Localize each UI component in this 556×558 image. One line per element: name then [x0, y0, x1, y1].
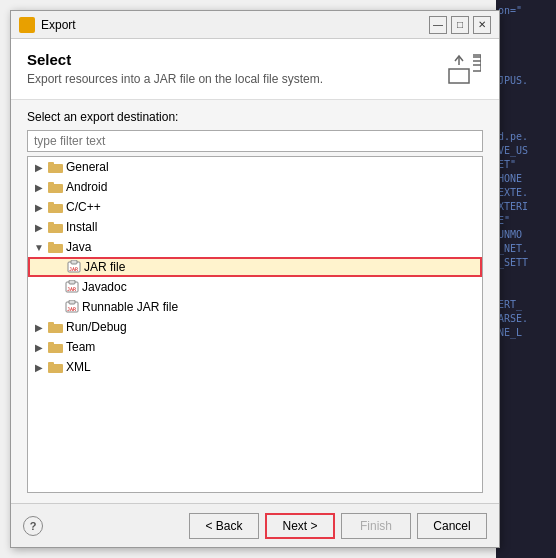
back-button[interactable]: < Back — [189, 513, 259, 539]
svg-rect-28 — [48, 344, 63, 353]
cancel-button[interactable]: Cancel — [417, 513, 487, 539]
filter-input[interactable] — [27, 130, 483, 152]
tree-item-install[interactable]: ▶ Install — [28, 217, 482, 237]
svg-rect-0 — [22, 23, 32, 30]
dialog-header: Select Export resources into a JAR file … — [11, 39, 499, 100]
folder-icon-android — [48, 181, 64, 194]
tree-item-javadoc[interactable]: JAR Javadoc — [28, 277, 482, 297]
section-label: Select an export destination: — [27, 110, 483, 124]
javadoc-icon: JAR — [64, 280, 80, 294]
export-icon — [443, 51, 483, 91]
header-text: Select Export resources into a JAR file … — [27, 51, 433, 86]
svg-rect-27 — [48, 322, 54, 325]
toggle-java[interactable]: ▼ — [32, 240, 46, 254]
folder-icon-install — [48, 221, 64, 234]
tree-item-android[interactable]: ▶ Android — [28, 177, 482, 197]
svg-rect-21 — [69, 280, 75, 284]
toggle-android[interactable]: ▶ — [32, 180, 46, 194]
next-button[interactable]: Next > — [265, 513, 335, 539]
toggle-install[interactable]: ▶ — [32, 220, 46, 234]
title-bar: Export — □ ✕ — [11, 11, 499, 39]
toggle-jar-file — [50, 260, 64, 274]
jar-icon: JAR — [66, 260, 82, 274]
svg-rect-8 — [48, 162, 54, 165]
tree-label-jar-file: JAR file — [84, 260, 125, 274]
dialog-icon — [19, 17, 35, 33]
toggle-xml[interactable]: ▶ — [32, 360, 46, 374]
svg-rect-9 — [48, 184, 63, 193]
svg-rect-12 — [48, 202, 54, 205]
tree-label-run-debug: Run/Debug — [66, 320, 127, 334]
help-button[interactable]: ? — [23, 516, 43, 536]
tree-label-runnable-jar: Runnable JAR file — [82, 300, 178, 314]
svg-rect-26 — [48, 324, 63, 333]
toggle-javadoc — [48, 280, 62, 294]
svg-rect-10 — [48, 182, 54, 185]
folder-icon-xml — [48, 361, 64, 374]
tree-item-xml[interactable]: ▶ XML — [28, 357, 482, 377]
svg-rect-29 — [48, 342, 54, 345]
svg-rect-16 — [48, 242, 54, 245]
footer-buttons: < Back Next > Finish Cancel — [189, 513, 487, 539]
svg-text:JAR: JAR — [69, 266, 79, 272]
tree-label-general: General — [66, 160, 109, 174]
tree-item-jar-file[interactable]: JAR JAR file — [28, 257, 482, 277]
tree-label-java: Java — [66, 240, 91, 254]
svg-rect-7 — [48, 164, 63, 173]
tree-label-team: Team — [66, 340, 95, 354]
svg-rect-18 — [71, 260, 77, 264]
finish-button[interactable]: Finish — [341, 513, 411, 539]
svg-rect-11 — [48, 204, 63, 213]
export-dialog: Export — □ ✕ Select Export resources int… — [10, 10, 500, 548]
tree-item-team[interactable]: ▶ Team — [28, 337, 482, 357]
header-title: Select — [27, 51, 433, 68]
toggle-runnable-jar — [48, 300, 62, 314]
close-button[interactable]: ✕ — [473, 16, 491, 34]
folder-icon-java — [48, 241, 64, 254]
svg-rect-13 — [48, 224, 63, 233]
tree-label-cpp: C/C++ — [66, 200, 101, 214]
tree-item-general[interactable]: ▶ General — [28, 157, 482, 177]
svg-rect-1 — [24, 21, 29, 24]
footer-left: ? — [23, 516, 43, 536]
svg-text:JAR: JAR — [67, 286, 77, 292]
svg-rect-2 — [449, 69, 469, 83]
folder-icon-general — [48, 161, 64, 174]
dialog-footer: ? < Back Next > Finish Cancel — [11, 503, 499, 547]
maximize-button[interactable]: □ — [451, 16, 469, 34]
minimize-button[interactable]: — — [429, 16, 447, 34]
tree-container: ▶ General ▶ Android ▶ — [27, 156, 483, 493]
toggle-cpp[interactable]: ▶ — [32, 200, 46, 214]
folder-icon-run-debug — [48, 321, 64, 334]
tree-label-javadoc: Javadoc — [82, 280, 127, 294]
tree-item-run-debug[interactable]: ▶ Run/Debug — [28, 317, 482, 337]
toggle-run-debug[interactable]: ▶ — [32, 320, 46, 334]
svg-rect-15 — [48, 244, 63, 253]
svg-rect-24 — [69, 300, 75, 304]
dialog-title: Export — [41, 18, 429, 32]
svg-text:JAR: JAR — [67, 306, 77, 312]
svg-rect-31 — [48, 362, 54, 365]
tree-item-cpp[interactable]: ▶ C/C++ — [28, 197, 482, 217]
tree-item-java[interactable]: ▼ Java — [28, 237, 482, 257]
tree-label-android: Android — [66, 180, 107, 194]
window-controls: — □ ✕ — [429, 16, 491, 34]
tree-item-runnable-jar[interactable]: JAR Runnable JAR file — [28, 297, 482, 317]
svg-rect-30 — [48, 364, 63, 373]
header-subtitle: Export resources into a JAR file on the … — [27, 72, 433, 86]
tree-label-xml: XML — [66, 360, 91, 374]
toggle-team[interactable]: ▶ — [32, 340, 46, 354]
runnable-jar-icon: JAR — [64, 300, 80, 314]
toggle-general[interactable]: ▶ — [32, 160, 46, 174]
folder-icon-team — [48, 341, 64, 354]
background-code: on=" JPUS. d.pe. VE_US ET" HONE EXTE. XT… — [496, 0, 556, 558]
svg-rect-14 — [48, 222, 54, 225]
dialog-body: Select an export destination: ▶ General … — [11, 100, 499, 503]
tree-label-install: Install — [66, 220, 97, 234]
folder-icon-cpp — [48, 201, 64, 214]
